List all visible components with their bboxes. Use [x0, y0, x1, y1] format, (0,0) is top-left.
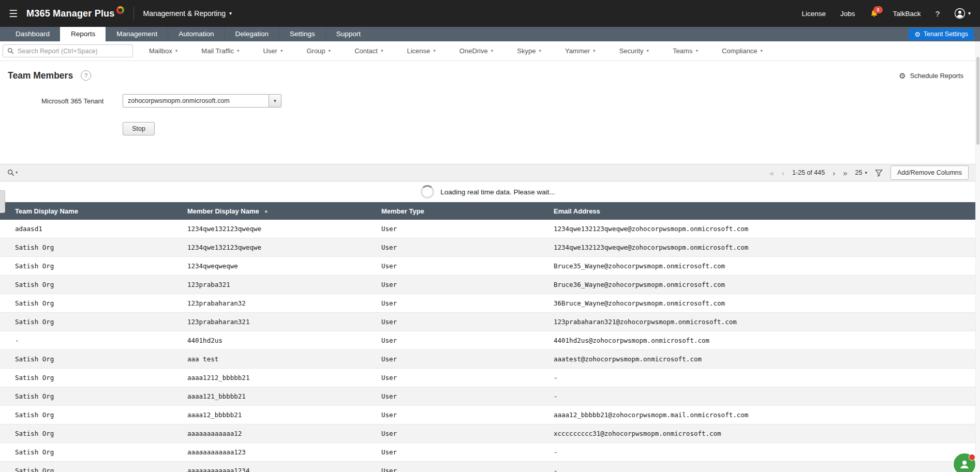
cell-member-display-name: 1234qweqweqwe	[172, 262, 366, 270]
report-menu-item[interactable]: OneDrive ▾	[448, 47, 505, 55]
tenant-select[interactable]: zohocorpwsmopm.onmicrosoft.com ▾	[123, 94, 281, 108]
nav-tab[interactable]: Delegation	[224, 27, 279, 41]
jobs-link[interactable]: Jobs	[840, 10, 855, 18]
table-header: Team Display Name Member Display Name ▲ …	[0, 202, 976, 220]
report-menu-label: User	[263, 47, 277, 55]
tenant-form-row: Microsoft 365 Tenant zohocorpwsmopm.onmi…	[0, 94, 976, 108]
cell-team-display-name: Satish Org	[0, 318, 172, 326]
notification-badge: 3	[873, 6, 883, 13]
cell-member-type: User	[366, 355, 539, 363]
cell-email-address: xccccccccc31@zohocorpwsmopm.onmicrosoft.…	[539, 430, 976, 437]
report-menu-label: Skype	[517, 47, 536, 55]
report-menu-item[interactable]: Mail Traffic ▾	[189, 47, 251, 55]
chevron-down-icon: ▾	[280, 49, 283, 53]
topbar-right: License Jobs 3 TalkBack ? ▾	[802, 8, 980, 19]
cell-member-type: User	[366, 411, 539, 419]
stop-button[interactable]: Stop	[123, 122, 155, 135]
column-header[interactable]: Member Type	[366, 207, 539, 215]
chevron-down-icon[interactable]: ▾	[269, 95, 281, 107]
report-menu-item[interactable]: Security ▾	[607, 47, 661, 55]
cell-member-type: User	[366, 374, 539, 382]
cell-team-display-name: Satish Org	[0, 467, 172, 472]
first-page-button[interactable]: «	[770, 169, 774, 177]
scrollbar-thumb[interactable]	[976, 57, 979, 145]
table-row: Satish Org 1234qweqweqwe User Bruce35_Wa…	[0, 257, 976, 276]
nav-tab[interactable]: Dashboard	[5, 27, 60, 41]
module-switcher[interactable]: Management & Reporting ▾	[143, 9, 232, 18]
cell-email-address: Bruce36_Wayne@zohocorpwsmopm.onmicrosoft…	[539, 281, 976, 288]
nav-tab[interactable]: Reports	[60, 27, 106, 41]
page-size-select[interactable]: 25 ▾	[855, 169, 867, 176]
license-link[interactable]: License	[802, 10, 826, 18]
cell-member-type: User	[366, 225, 539, 233]
hamburger-menu-icon[interactable]: ☰	[0, 8, 26, 20]
nav-tab[interactable]: Automation	[168, 27, 224, 41]
cell-team-display-name: Satish Org	[0, 262, 172, 270]
nav-tab[interactable]: Management	[106, 27, 168, 41]
app-title: M365 Manager Plus	[26, 8, 114, 19]
report-menu-item[interactable]: License ▾	[395, 47, 447, 55]
talkback-link[interactable]: TalkBack	[893, 10, 921, 18]
cell-member-type: User	[366, 299, 539, 307]
nav-tab[interactable]: Settings	[279, 27, 325, 41]
cell-team-display-name: Satish Org	[0, 411, 172, 419]
report-menu-item[interactable]: User ▾	[251, 47, 294, 55]
grid-search-button[interactable]: ▾	[7, 169, 18, 176]
cell-team-display-name: Satish Org	[0, 355, 172, 363]
account-menu[interactable]: ▾	[954, 8, 971, 19]
cell-member-display-name: aaaaaaaaaaaa1234	[172, 467, 366, 472]
cell-email-address: Bruce35_Wayne@zohocorpwsmopm.onmicrosoft…	[539, 262, 976, 270]
report-menu-label: Security	[619, 47, 644, 55]
pagination-status: 1-25 of 445	[792, 169, 825, 176]
page-help-icon[interactable]: ?	[81, 70, 91, 81]
schedule-reports-button[interactable]: ⚙ Schedule Reports	[899, 72, 963, 80]
table-row: - 4401hd2us User 4401hd2us@zohocorpwsmop…	[0, 331, 976, 350]
cell-member-type: User	[366, 392, 539, 400]
search-icon	[7, 169, 14, 176]
prev-page-button[interactable]: ‹	[782, 169, 784, 177]
cell-email-address: -	[539, 374, 976, 382]
table-row: Satish Org aaa test User aaatest@zohocor…	[0, 350, 976, 369]
cell-member-type: User	[366, 281, 539, 288]
last-page-button[interactable]: »	[843, 169, 847, 177]
next-page-button[interactable]: ›	[833, 169, 835, 177]
tenant-settings-button[interactable]: ⚙ Tenant Settings	[909, 28, 974, 40]
tenant-select-value: zohocorpwsmopm.onmicrosoft.com	[123, 97, 269, 104]
vertical-scrollbar[interactable]	[975, 41, 980, 472]
schedule-reports-label: Schedule Reports	[910, 72, 963, 80]
notifications-button[interactable]: 3	[870, 9, 879, 18]
tenant-settings-label: Tenant Settings	[924, 31, 968, 38]
column-header[interactable]: Member Display Name ▲	[172, 207, 366, 215]
support-chat-button[interactable]	[953, 452, 976, 472]
column-header[interactable]: Email Address	[539, 207, 976, 215]
report-menu-item[interactable]: Group ▾	[294, 47, 343, 55]
filter-button[interactable]	[875, 169, 883, 177]
table-row: Satish Org aaaaaaaaaaaa123 User -	[0, 443, 976, 462]
cell-email-address: 36Bruce_Wayne@zohocorpwsmopm.onmicrosoft…	[539, 299, 976, 307]
cell-email-address: 4401hd2us@zohocorpwsmopm.onmicrosoft.com	[539, 337, 976, 344]
help-button[interactable]: ?	[936, 9, 940, 18]
chevron-down-icon: ▾	[175, 49, 178, 53]
report-menu-item[interactable]: Compliance ▾	[710, 47, 775, 55]
main-navbar: Dashboard Reports Management Automation …	[0, 27, 980, 41]
nav-tab[interactable]: Support	[325, 27, 371, 41]
report-search-input[interactable]	[18, 48, 128, 55]
loading-message: Loading real time data. Please wait...	[440, 188, 555, 196]
table-row: Satish Org 1234qwe132123qweqwe User 1234…	[0, 238, 976, 257]
report-menu-label: Mail Traffic	[201, 47, 234, 55]
table-row: Satish Org 123prabaharan321 User 123prab…	[0, 313, 976, 331]
column-header[interactable]: Team Display Name	[0, 207, 172, 215]
report-menu-item[interactable]: Contact ▾	[343, 47, 395, 55]
report-menu-item[interactable]: Skype ▾	[505, 47, 553, 55]
left-panel-expander[interactable]	[0, 190, 5, 213]
report-menu-label: Teams	[673, 47, 692, 55]
report-menu-item[interactable]: Mailbox ▾	[137, 47, 189, 55]
add-remove-columns-button[interactable]: Add/Remove Columns	[890, 165, 969, 180]
page-title: Team Members	[8, 70, 73, 81]
report-menu-item[interactable]: Teams ▾	[661, 47, 710, 55]
report-menu-item[interactable]: Yammer ▾	[553, 47, 607, 55]
loading-indicator: Loading real time data. Please wait...	[0, 181, 976, 202]
cell-member-display-name: aaaaaaaaaaaa123	[172, 448, 366, 456]
chevron-down-icon: ▾	[539, 49, 541, 53]
chevron-down-icon: ▾	[433, 49, 436, 53]
